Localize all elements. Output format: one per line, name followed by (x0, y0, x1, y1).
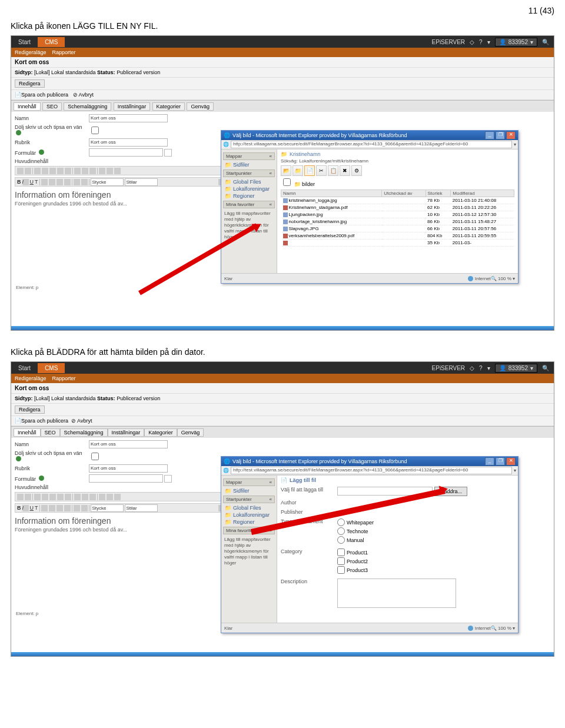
new-folder-icon[interactable]: 📁 (293, 165, 303, 176)
page-title: Kort om oss (15, 59, 49, 65)
page-number: 11 (43) (11, 6, 554, 15)
delete-icon[interactable]: ✖ (340, 165, 350, 176)
cat-product2[interactable] (337, 557, 345, 565)
url-field[interactable]: http://test.villaagarna.se/secure/edit/F… (231, 141, 512, 148)
subnav-edit[interactable]: Redigeraläge (15, 49, 46, 55)
tab-categories[interactable]: Kategorier (152, 102, 185, 111)
opt-whitepaper[interactable] (337, 518, 345, 526)
rte-toolbar-2: BIUT Stycke Stilar (15, 177, 244, 187)
toggle-icon[interactable]: ◇ (470, 39, 474, 45)
main-content-label: Huvudinnehåll (15, 158, 89, 164)
maximize-button[interactable]: ❐ (496, 131, 505, 139)
rubrik-input[interactable]: Kort om oss (89, 138, 168, 147)
browse-button[interactable]: Bläddra... (434, 487, 468, 496)
side-lokal[interactable]: 📁Lokalforeningar (221, 185, 277, 192)
edit-button[interactable]: Redigera (15, 79, 45, 88)
styles-select[interactable]: Stilar (125, 178, 158, 186)
dialog-statusbar: Klar Internet 🔍 100 % ▾ (221, 273, 518, 283)
publisher-label: Publisher (281, 509, 337, 515)
dialog-main: 📁 Kristinehamn Sökväg: Lokalforeningar/m… (277, 149, 518, 273)
tab-start[interactable]: Start (11, 37, 38, 47)
side-regioner[interactable]: 📁Regioner (221, 192, 277, 200)
instruction-2: Klicka på BLÄDDRA för att hämta bilden p… (11, 347, 554, 357)
sub-navbar: Redigeraläge Rapporter (11, 48, 554, 57)
instruction-1: Klicka på ikonen LÄGG TILL EN NY FIL. (11, 21, 554, 31)
file-browser-dialog: 🌐Välj bild - Microsoft Internet Explorer… (221, 130, 519, 284)
tab-settings[interactable]: Inställningar (114, 102, 151, 111)
folder-icon[interactable]: 📂 (281, 165, 291, 176)
screenshot-2: StartCMS EPiSERVER◇?▾ 👤833952▾🔍 Redigera… (11, 361, 554, 657)
form-label: Formulär (15, 149, 89, 156)
name-input[interactable]: Kort om oss (89, 114, 168, 122)
cancel-button[interactable]: ⊘ Avbryt (73, 92, 94, 98)
screenshot-1: Start CMS EPiSERVER ◇ ?▾ 👤833952▾ 🔍 Redi… (11, 35, 554, 331)
path-label: Sökväg: Lokalforeningar/mitt/kristineham… (281, 158, 514, 164)
rte-heading: Information om föreningen (15, 190, 244, 200)
add-file-dialog: 🌐Välj bild - Microsoft Internet Explorer… (221, 456, 519, 633)
dialog-titlebar: 🌐Välj bild - Microsoft Internet Explorer… (221, 131, 518, 140)
search-icon[interactable]: 🔍 (542, 39, 549, 45)
help-icon[interactable] (16, 130, 21, 135)
author-label: Author (281, 500, 337, 506)
opt-technote[interactable] (337, 527, 345, 535)
help-icon[interactable] (39, 149, 44, 155)
opt-manual[interactable] (337, 536, 345, 544)
style-select[interactable]: Stycke (91, 178, 124, 186)
tab-shortcut[interactable]: Genväg (187, 102, 214, 111)
cut-icon[interactable]: ✂ (316, 165, 327, 176)
file-input[interactable] (337, 487, 433, 496)
add-file-title: Lägg till fil (290, 477, 316, 483)
hide-label: Dölj skriv ut och tipsa en vän (15, 124, 89, 137)
dialog-sidebar: Mappar« 📁Sidfiler Startpunkter« 📁Global … (221, 149, 277, 273)
taskbar (11, 326, 554, 330)
element-path: Element: p (16, 285, 38, 290)
side-sidfiler[interactable]: 📁Sidfiler (221, 161, 277, 168)
file-label: Välj fil att lägga till (281, 487, 337, 493)
tab-seo[interactable]: SEO (42, 102, 62, 111)
cat-product3[interactable] (337, 566, 345, 574)
hide-checkbox[interactable] (91, 127, 99, 134)
toolbar-icons: 📂 📁 📄 ✂ 📋 ✖ ⚙ (281, 165, 514, 175)
rte-toolbar-1 (15, 166, 244, 175)
desc-label: Description (281, 579, 337, 584)
internet-icon (468, 276, 473, 281)
address-bar: 🌐http://test.villaagarna.se/secure/edit/… (221, 140, 518, 149)
description-textarea[interactable] (337, 579, 456, 608)
sidebar-note: Lägg till mappfavoriter med hjälp av hög… (221, 210, 277, 241)
select-all-checkbox[interactable] (283, 178, 291, 186)
rte-body-text: Föreningen grundades 1996 och bestod då … (15, 201, 244, 207)
subnav-reports[interactable]: Rapporter (52, 49, 76, 55)
typedoc-label: Type of document (281, 518, 337, 524)
tab-cms[interactable]: CMS (38, 37, 65, 47)
app-topbar: Start CMS EPiSERVER ◇ ?▾ 👤833952▾ 🔍 (11, 36, 554, 48)
close-button[interactable]: ✕ (506, 131, 516, 139)
cat-product1[interactable] (337, 549, 345, 556)
user-menu[interactable]: 👤833952▾ (495, 38, 537, 46)
content-tabs: Innehåll SEO Schemaläggning Inställninga… (11, 101, 554, 112)
page-meta: Sidtyp: [Lokal] Lokal standardsida Statu… (11, 68, 554, 78)
breadcrumb[interactable]: 📁 Kristinehamn (281, 151, 514, 157)
rubrik-label: Rubrik (15, 139, 89, 145)
brand: EPiSERVER (432, 39, 466, 45)
file-table: NamnUtcheckad avStorlekModifierad kristi… (281, 190, 514, 247)
help-icon[interactable]: ? (479, 39, 483, 45)
side-global[interactable]: 📁Global Files (221, 178, 277, 185)
minimize-button[interactable]: _ (485, 131, 494, 139)
form-input[interactable] (89, 148, 163, 157)
props-icon[interactable]: ⚙ (351, 165, 362, 176)
tab-content[interactable]: Innehåll (14, 102, 41, 111)
add-file-icon[interactable]: 📄 (304, 165, 315, 176)
tab-schedule[interactable]: Schemaläggning (64, 102, 111, 111)
category-label: Category (281, 549, 337, 554)
name-label: Namn (15, 115, 89, 121)
save-publish-button[interactable]: 📄Spara och publicera (15, 92, 68, 98)
copy-icon[interactable]: 📋 (328, 165, 338, 176)
